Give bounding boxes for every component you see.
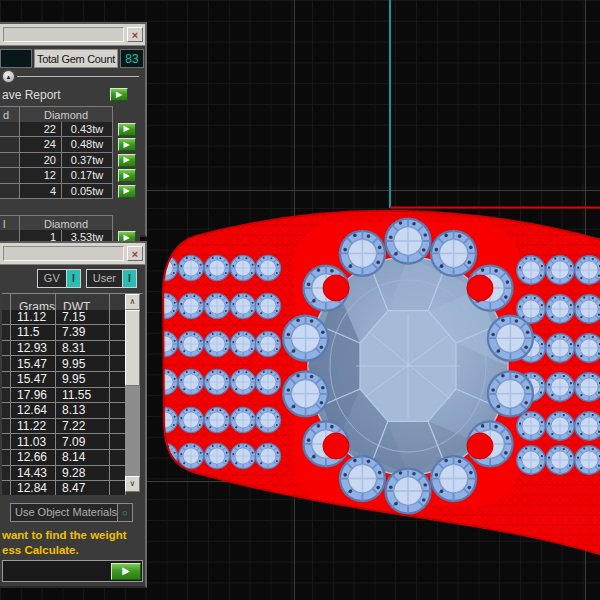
total-gem-count-value: 83 [120, 49, 144, 68]
toggle-bar-icon: I [72, 274, 75, 284]
grams-value: 12.64 [11, 403, 56, 419]
gem-count: 4 [20, 184, 62, 200]
materials-select[interactable]: Use Object Materials ○ [10, 503, 133, 522]
save-report-label: ave Report [2, 88, 110, 102]
dwt-value: 7.09 [56, 434, 110, 450]
grams-value: 11.5 [11, 325, 56, 341]
dwt-value: 8.13 [56, 403, 110, 419]
gem-count-table: d Diamond 22 0.43tw ▶ 24 0.48tw ▶ 20 0.3… [0, 106, 143, 246]
gem-row-select-button[interactable]: ▶ [118, 185, 136, 198]
scroll-up-icon[interactable]: ∧ [125, 294, 140, 310]
dwt-value: 7.39 [56, 325, 110, 341]
table-scrollbar[interactable]: ∧ ∨ [125, 294, 140, 492]
dwt-value: 8.14 [56, 450, 110, 466]
hint-line-1: want to find the weight [2, 528, 143, 543]
dwt-value: 9.95 [56, 356, 110, 372]
gem-count: 12 [20, 168, 62, 184]
play-icon: ▶ [123, 172, 129, 180]
play-icon: ▶ [123, 125, 129, 133]
up-arrow-icon: ▲ [6, 74, 12, 80]
gem-count: 22 [20, 122, 62, 138]
grams-value: 11.12 [11, 310, 56, 326]
grams-value: 12.93 [11, 341, 56, 357]
save-report-button[interactable]: ▶ [110, 88, 128, 101]
calculate-button[interactable]: ▶ [111, 563, 141, 580]
dropdown-circle-icon: ○ [117, 504, 132, 521]
gem-row-select-button[interactable]: ▶ [118, 138, 136, 151]
grams-value: 12.66 [11, 450, 56, 466]
materials-select-value: Use Object Materials [11, 504, 117, 521]
slider-track[interactable] [17, 76, 139, 78]
gem-row-select-button[interactable]: ▶ [118, 169, 136, 182]
grams-value: 12.84 [11, 481, 56, 495]
gem-weight: 0.37tw [62, 153, 113, 169]
gem-row-select-button[interactable]: ▶ [118, 123, 136, 136]
dwt-value: 9.95 [56, 372, 110, 388]
calculate-row: ▶ [2, 560, 143, 582]
gem-weight: 0.48tw [62, 137, 113, 153]
grams-value: 11.03 [11, 434, 56, 450]
weight-table: Grams DWT 11.127.15 11.57.39 12.938.31 1… [2, 293, 143, 495]
weight-panel-titlebar[interactable]: × [0, 243, 145, 265]
user-toggle-button[interactable]: I [122, 270, 136, 287]
user-label: User [87, 270, 122, 287]
titlebar-strip [3, 246, 124, 261]
dwt-value: 7.15 [56, 310, 110, 326]
play-icon: ▶ [123, 156, 129, 164]
gem-weight: 0.05tw [62, 184, 113, 200]
gem-report-titlebar[interactable]: × [0, 24, 145, 46]
dwt-value: 11.55 [56, 388, 110, 404]
hint-line-2: ess Calculate. [2, 543, 143, 558]
dwt-value: 7.22 [56, 419, 110, 435]
user-toggle[interactable]: User I [86, 269, 137, 288]
close-icon[interactable]: × [127, 27, 143, 42]
play-icon: ▶ [123, 187, 129, 195]
dwt-value: 9.28 [56, 466, 110, 482]
toggle-bar-icon: I [128, 274, 131, 284]
calculate-field[interactable] [3, 561, 111, 581]
grams-value: 15.47 [11, 372, 56, 388]
gem-count: 20 [20, 153, 62, 169]
grams-value: 14.43 [11, 466, 56, 482]
play-icon: ▶ [116, 91, 122, 99]
gv-toggle-button[interactable]: I [66, 270, 80, 287]
play-icon: ▶ [122, 567, 130, 575]
grams-value: 11.22 [11, 419, 56, 435]
play-icon: ▶ [123, 141, 129, 149]
calculate-hint: want to find the weight ess Calculate. [2, 528, 143, 558]
gem-count: 24 [20, 137, 62, 153]
weight-calculator-panel: × GV I User I Grams DWT 11.127.15 11.57.… [0, 241, 147, 588]
scroll-thumb[interactable] [125, 310, 140, 386]
gv-label: GV [38, 270, 66, 287]
slider-knob[interactable]: ▲ [2, 70, 15, 83]
gem-weight: 0.17tw [62, 168, 113, 184]
titlebar-strip [3, 27, 124, 42]
grams-value: 17.96 [11, 388, 56, 404]
gem-weight: 0.43tw [62, 122, 113, 138]
dwt-value: 8.31 [56, 341, 110, 357]
count-box-partial [0, 49, 32, 68]
grams-value: 15.47 [11, 356, 56, 372]
close-icon[interactable]: × [127, 246, 143, 261]
gem-report-panel: × Total Gem Count 83 ▲ ave Report ▶ d Di… [0, 22, 147, 237]
scroll-down-icon[interactable]: ∨ [125, 476, 140, 492]
total-gem-count-label: Total Gem Count [34, 49, 118, 68]
gv-toggle[interactable]: GV I [37, 269, 81, 288]
gem-row-select-button[interactable]: ▶ [118, 154, 136, 167]
total-gem-count-row: Total Gem Count 83 [0, 49, 144, 68]
dwt-value: 8.47 [56, 481, 110, 495]
